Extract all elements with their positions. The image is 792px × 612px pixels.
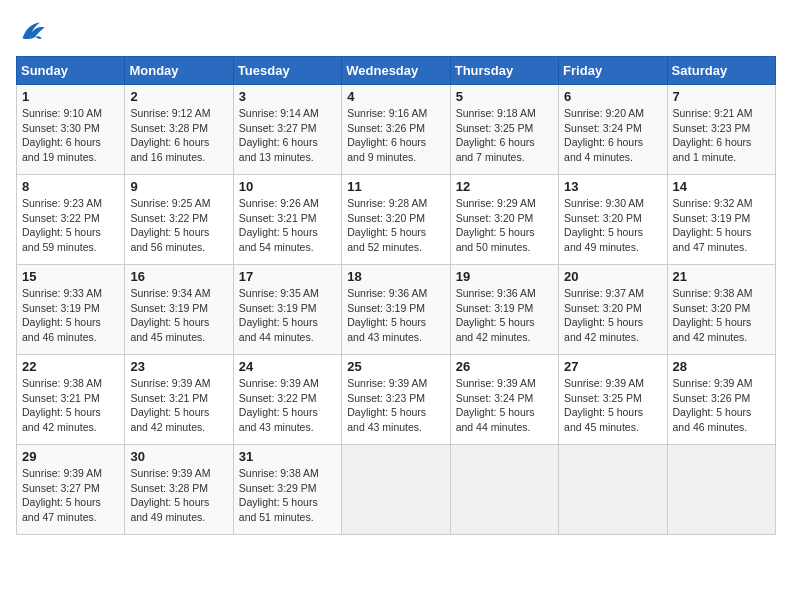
calendar-cell [342, 445, 450, 535]
calendar-cell: 1Sunrise: 9:10 AMSunset: 3:30 PMDaylight… [17, 85, 125, 175]
page-header [16, 16, 776, 48]
calendar-cell: 20Sunrise: 9:37 AMSunset: 3:20 PMDayligh… [559, 265, 667, 355]
day-number: 9 [130, 179, 227, 194]
calendar-cell: 8Sunrise: 9:23 AMSunset: 3:22 PMDaylight… [17, 175, 125, 265]
day-number: 28 [673, 359, 770, 374]
day-number: 30 [130, 449, 227, 464]
calendar-cell: 29Sunrise: 9:39 AMSunset: 3:27 PMDayligh… [17, 445, 125, 535]
day-number: 15 [22, 269, 119, 284]
day-detail: Sunrise: 9:36 AMSunset: 3:19 PMDaylight:… [456, 286, 553, 345]
day-number: 7 [673, 89, 770, 104]
day-number: 10 [239, 179, 336, 194]
calendar-cell: 9Sunrise: 9:25 AMSunset: 3:22 PMDaylight… [125, 175, 233, 265]
calendar-cell: 12Sunrise: 9:29 AMSunset: 3:20 PMDayligh… [450, 175, 558, 265]
day-number: 26 [456, 359, 553, 374]
calendar-header: SundayMondayTuesdayWednesdayThursdayFrid… [17, 57, 776, 85]
calendar-cell: 15Sunrise: 9:33 AMSunset: 3:19 PMDayligh… [17, 265, 125, 355]
day-number: 4 [347, 89, 444, 104]
day-number: 21 [673, 269, 770, 284]
logo [16, 16, 52, 48]
day-detail: Sunrise: 9:32 AMSunset: 3:19 PMDaylight:… [673, 196, 770, 255]
day-detail: Sunrise: 9:39 AMSunset: 3:23 PMDaylight:… [347, 376, 444, 435]
day-number: 31 [239, 449, 336, 464]
day-detail: Sunrise: 9:21 AMSunset: 3:23 PMDaylight:… [673, 106, 770, 165]
weekday-header: Thursday [450, 57, 558, 85]
day-detail: Sunrise: 9:35 AMSunset: 3:19 PMDaylight:… [239, 286, 336, 345]
calendar-cell: 27Sunrise: 9:39 AMSunset: 3:25 PMDayligh… [559, 355, 667, 445]
weekday-header: Tuesday [233, 57, 341, 85]
calendar-cell: 7Sunrise: 9:21 AMSunset: 3:23 PMDaylight… [667, 85, 775, 175]
day-number: 3 [239, 89, 336, 104]
calendar-cell: 25Sunrise: 9:39 AMSunset: 3:23 PMDayligh… [342, 355, 450, 445]
day-detail: Sunrise: 9:36 AMSunset: 3:19 PMDaylight:… [347, 286, 444, 345]
weekday-header: Friday [559, 57, 667, 85]
calendar-cell: 21Sunrise: 9:38 AMSunset: 3:20 PMDayligh… [667, 265, 775, 355]
day-number: 2 [130, 89, 227, 104]
calendar-cell: 5Sunrise: 9:18 AMSunset: 3:25 PMDaylight… [450, 85, 558, 175]
weekday-header: Monday [125, 57, 233, 85]
day-detail: Sunrise: 9:39 AMSunset: 3:27 PMDaylight:… [22, 466, 119, 525]
day-detail: Sunrise: 9:16 AMSunset: 3:26 PMDaylight:… [347, 106, 444, 165]
calendar-cell: 26Sunrise: 9:39 AMSunset: 3:24 PMDayligh… [450, 355, 558, 445]
day-number: 23 [130, 359, 227, 374]
day-detail: Sunrise: 9:38 AMSunset: 3:21 PMDaylight:… [22, 376, 119, 435]
calendar-cell [450, 445, 558, 535]
calendar-cell [667, 445, 775, 535]
day-detail: Sunrise: 9:18 AMSunset: 3:25 PMDaylight:… [456, 106, 553, 165]
day-detail: Sunrise: 9:10 AMSunset: 3:30 PMDaylight:… [22, 106, 119, 165]
calendar-week-row: 29Sunrise: 9:39 AMSunset: 3:27 PMDayligh… [17, 445, 776, 535]
day-detail: Sunrise: 9:25 AMSunset: 3:22 PMDaylight:… [130, 196, 227, 255]
calendar-cell: 2Sunrise: 9:12 AMSunset: 3:28 PMDaylight… [125, 85, 233, 175]
calendar-cell: 22Sunrise: 9:38 AMSunset: 3:21 PMDayligh… [17, 355, 125, 445]
calendar-week-row: 1Sunrise: 9:10 AMSunset: 3:30 PMDaylight… [17, 85, 776, 175]
weekday-header: Saturday [667, 57, 775, 85]
day-number: 29 [22, 449, 119, 464]
calendar-cell: 17Sunrise: 9:35 AMSunset: 3:19 PMDayligh… [233, 265, 341, 355]
day-detail: Sunrise: 9:14 AMSunset: 3:27 PMDaylight:… [239, 106, 336, 165]
calendar-cell: 13Sunrise: 9:30 AMSunset: 3:20 PMDayligh… [559, 175, 667, 265]
calendar-cell: 24Sunrise: 9:39 AMSunset: 3:22 PMDayligh… [233, 355, 341, 445]
day-number: 13 [564, 179, 661, 194]
calendar-week-row: 22Sunrise: 9:38 AMSunset: 3:21 PMDayligh… [17, 355, 776, 445]
day-detail: Sunrise: 9:34 AMSunset: 3:19 PMDaylight:… [130, 286, 227, 345]
day-number: 18 [347, 269, 444, 284]
day-detail: Sunrise: 9:39 AMSunset: 3:22 PMDaylight:… [239, 376, 336, 435]
day-number: 1 [22, 89, 119, 104]
day-detail: Sunrise: 9:37 AMSunset: 3:20 PMDaylight:… [564, 286, 661, 345]
day-number: 19 [456, 269, 553, 284]
calendar-week-row: 8Sunrise: 9:23 AMSunset: 3:22 PMDaylight… [17, 175, 776, 265]
day-number: 5 [456, 89, 553, 104]
day-detail: Sunrise: 9:39 AMSunset: 3:28 PMDaylight:… [130, 466, 227, 525]
calendar-cell: 10Sunrise: 9:26 AMSunset: 3:21 PMDayligh… [233, 175, 341, 265]
day-detail: Sunrise: 9:28 AMSunset: 3:20 PMDaylight:… [347, 196, 444, 255]
day-detail: Sunrise: 9:20 AMSunset: 3:24 PMDaylight:… [564, 106, 661, 165]
calendar-cell: 23Sunrise: 9:39 AMSunset: 3:21 PMDayligh… [125, 355, 233, 445]
day-number: 6 [564, 89, 661, 104]
day-number: 8 [22, 179, 119, 194]
calendar-cell: 19Sunrise: 9:36 AMSunset: 3:19 PMDayligh… [450, 265, 558, 355]
day-number: 17 [239, 269, 336, 284]
day-number: 27 [564, 359, 661, 374]
day-number: 24 [239, 359, 336, 374]
day-number: 22 [22, 359, 119, 374]
weekday-header: Wednesday [342, 57, 450, 85]
calendar-cell: 18Sunrise: 9:36 AMSunset: 3:19 PMDayligh… [342, 265, 450, 355]
calendar-week-row: 15Sunrise: 9:33 AMSunset: 3:19 PMDayligh… [17, 265, 776, 355]
day-number: 11 [347, 179, 444, 194]
day-number: 16 [130, 269, 227, 284]
day-detail: Sunrise: 9:38 AMSunset: 3:20 PMDaylight:… [673, 286, 770, 345]
calendar-cell: 11Sunrise: 9:28 AMSunset: 3:20 PMDayligh… [342, 175, 450, 265]
day-detail: Sunrise: 9:33 AMSunset: 3:19 PMDaylight:… [22, 286, 119, 345]
day-number: 25 [347, 359, 444, 374]
day-number: 12 [456, 179, 553, 194]
day-detail: Sunrise: 9:23 AMSunset: 3:22 PMDaylight:… [22, 196, 119, 255]
day-detail: Sunrise: 9:38 AMSunset: 3:29 PMDaylight:… [239, 466, 336, 525]
day-detail: Sunrise: 9:39 AMSunset: 3:26 PMDaylight:… [673, 376, 770, 435]
day-detail: Sunrise: 9:12 AMSunset: 3:28 PMDaylight:… [130, 106, 227, 165]
calendar-cell: 4Sunrise: 9:16 AMSunset: 3:26 PMDaylight… [342, 85, 450, 175]
calendar-cell [559, 445, 667, 535]
day-detail: Sunrise: 9:39 AMSunset: 3:24 PMDaylight:… [456, 376, 553, 435]
day-detail: Sunrise: 9:39 AMSunset: 3:21 PMDaylight:… [130, 376, 227, 435]
day-detail: Sunrise: 9:29 AMSunset: 3:20 PMDaylight:… [456, 196, 553, 255]
weekday-header: Sunday [17, 57, 125, 85]
